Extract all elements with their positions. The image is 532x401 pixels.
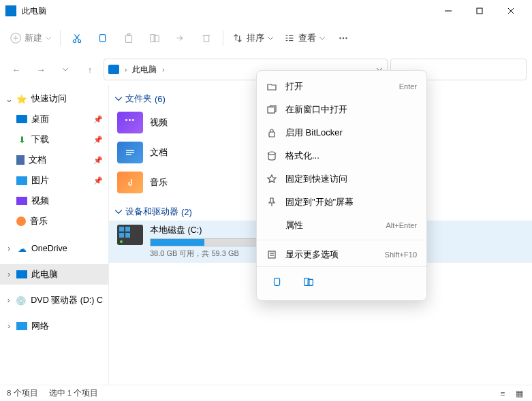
back-button[interactable]: ← — [5, 59, 27, 80]
more-icon — [266, 249, 277, 260]
copy-button[interactable] — [91, 26, 115, 50]
ctx-label: 固定到"开始"屏幕 — [285, 196, 354, 208]
ctx-label: 显示更多选项 — [285, 248, 339, 261]
statusbar: 8 个项目 选中 1 个项目 ≡ ▦ — [0, 385, 532, 401]
sidebar-item-desktop[interactable]: 桌面 📌 — [0, 109, 108, 129]
view-details-button[interactable]: ≡ — [497, 387, 509, 400]
status-selected: 选中 1 个项目 — [49, 388, 99, 398]
newwindow-icon — [266, 104, 277, 115]
minimize-button[interactable] — [433, 0, 464, 22]
svg-rect-41 — [275, 278, 280, 285]
forward-button[interactable]: → — [30, 59, 52, 80]
svg-rect-43 — [308, 279, 313, 285]
ctx-open-new-window[interactable]: 在新窗口中打开 — [257, 98, 426, 121]
open-icon — [266, 81, 277, 92]
ctx-show-more[interactable]: 显示更多选项 Shift+F10 — [257, 243, 426, 266]
context-menu: 打开 Enter 在新窗口中打开 启用 BitLocker 格式化... 固定到… — [256, 70, 427, 301]
ctx-footer-paste[interactable] — [298, 271, 319, 293]
format-icon — [266, 150, 277, 161]
more-button[interactable] — [331, 26, 356, 50]
drive-name: 本地磁盘 (C:) — [150, 225, 259, 236]
folder-label: 视频 — [150, 117, 168, 129]
svg-point-26 — [345, 37, 347, 39]
close-button[interactable] — [495, 0, 527, 22]
svg-rect-38 — [268, 251, 275, 258]
view-tiles-button[interactable]: ▦ — [513, 387, 525, 400]
view-button[interactable]: 查看 — [279, 26, 330, 50]
ctx-label: 属性 — [285, 219, 303, 231]
section-label: 设备和驱动器 — [125, 206, 178, 218]
pin-icon: 📌 — [93, 135, 103, 144]
recent-button[interactable] — [54, 59, 76, 80]
sidebar-item-label: 下载 — [31, 134, 49, 146]
section-label: 文件夹 — [125, 93, 152, 105]
ctx-pin-quick[interactable]: 固定到快速访问 — [257, 167, 426, 191]
sidebar: ⌄ ⭐ 快速访问 桌面 📌 ⬇ 下载 📌 文档 📌 图片 📌 — [0, 84, 109, 385]
video-icon — [16, 197, 27, 205]
svg-rect-12 — [126, 35, 132, 43]
rename-button[interactable] — [142, 26, 167, 50]
sidebar-onedrive[interactable]: › ☁ OneDrive — [0, 238, 108, 259]
section-count: (6) — [155, 94, 166, 104]
ctx-label: 在新窗口中打开 — [285, 103, 347, 116]
crumb-sep-icon: › — [161, 66, 166, 74]
ctx-format[interactable]: 格式化... — [257, 144, 426, 167]
svg-rect-35 — [268, 107, 275, 113]
pin-icon: 📌 — [93, 176, 103, 185]
folder-label: 音乐 — [150, 177, 168, 189]
sidebar-item-pictures[interactable]: 图片 📌 — [0, 170, 108, 191]
svg-line-10 — [74, 35, 78, 40]
sidebar-item-videos[interactable]: 视频 — [0, 191, 108, 211]
sidebar-item-downloads[interactable]: ⬇ 下载 📌 — [0, 129, 108, 150]
svg-point-8 — [78, 40, 81, 43]
sidebar-quick-access[interactable]: ⌄ ⭐ 快速访问 — [0, 89, 108, 109]
ctx-open[interactable]: 打开 Enter — [257, 75, 426, 98]
sort-button[interactable]: 排序 — [228, 26, 278, 50]
sidebar-dvd[interactable]: › 💿 DVD 驱动器 (D:) CF — [0, 290, 108, 310]
ctx-shortcut: Enter — [399, 82, 417, 91]
cut-button[interactable] — [65, 26, 89, 50]
svg-point-24 — [339, 37, 341, 39]
download-icon: ⬇ — [16, 134, 27, 145]
chevron-right-icon: › — [5, 270, 12, 279]
chevron-down-icon — [114, 208, 123, 216]
svg-rect-11 — [100, 35, 106, 42]
paste-button[interactable] — [116, 26, 141, 50]
sidebar-item-documents[interactable]: 文档 📌 — [0, 150, 108, 170]
share-button[interactable] — [168, 26, 193, 50]
delete-button[interactable] — [194, 26, 219, 50]
pc-icon — [16, 270, 27, 278]
sidebar-item-label: DVD 驱动器 (D:) CF — [31, 295, 103, 306]
ctx-bitlocker[interactable]: 启用 BitLocker — [257, 121, 426, 144]
sidebar-thispc[interactable]: › 此电脑 — [0, 264, 108, 285]
sidebar-item-music[interactable]: 音乐 — [0, 211, 108, 231]
ctx-properties[interactable]: 属性 Alt+Enter — [257, 214, 426, 237]
maximize-button[interactable] — [464, 0, 495, 22]
star-icon — [266, 174, 277, 185]
titlebar: 此电脑 — [0, 0, 532, 22]
svg-point-37 — [268, 152, 275, 155]
pin-icon — [266, 197, 277, 208]
section-count: (2) — [181, 207, 192, 217]
up-button[interactable]: ↑ — [79, 59, 101, 80]
drive-icon — [117, 225, 143, 245]
sidebar-network[interactable]: › 网络 — [0, 316, 108, 336]
docs-folder-icon — [117, 142, 143, 163]
ctx-footer — [257, 266, 426, 296]
ctx-separator — [257, 240, 426, 240]
sort-label: 排序 — [247, 32, 264, 44]
ctx-footer-copy[interactable] — [266, 271, 288, 293]
app-icon — [5, 5, 16, 16]
star-icon: ⭐ — [16, 93, 27, 104]
breadcrumb-root[interactable]: 此电脑 — [132, 64, 157, 76]
lock-icon — [266, 127, 277, 138]
drive-free-text: 38.0 GB 可用，共 59.3 GB — [150, 248, 259, 259]
ctx-shortcut: Shift+F10 — [385, 251, 417, 259]
sidebar-item-label: 此电脑 — [31, 269, 58, 280]
sidebar-item-label: 快速访问 — [31, 93, 67, 105]
window-title: 此电脑 — [22, 5, 433, 17]
ctx-label: 格式化... — [285, 150, 319, 162]
ctx-pin-start[interactable]: 固定到"开始"屏幕 — [257, 191, 426, 214]
new-button[interactable]: 新建 — [5, 26, 56, 50]
sidebar-item-label: 桌面 — [31, 114, 49, 125]
